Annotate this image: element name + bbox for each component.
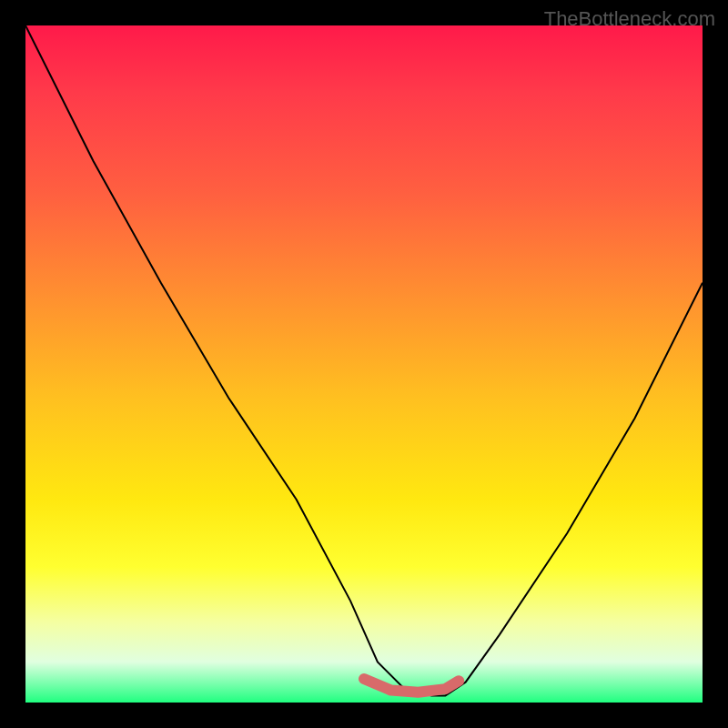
bottleneck-curve-path [25, 25, 703, 696]
optimal-zone-path [364, 679, 459, 693]
chart-area [25, 25, 703, 703]
chart-svg [25, 25, 703, 703]
watermark-text: TheBottleneck.com [544, 7, 715, 31]
